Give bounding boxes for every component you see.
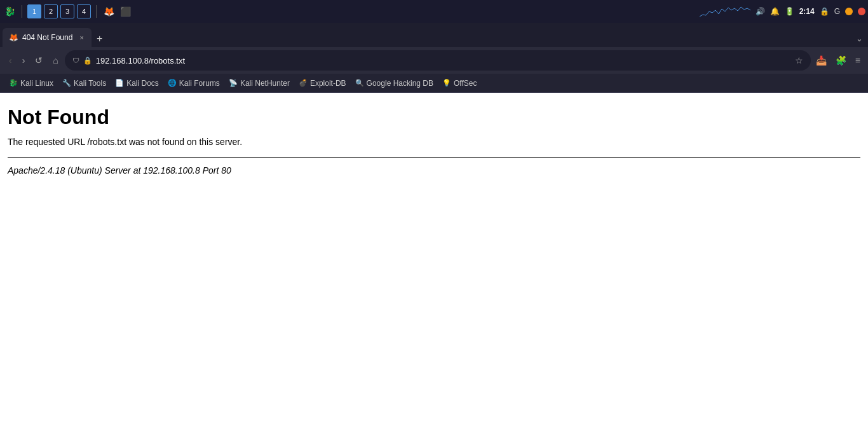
kali-linux-favicon: 🐉	[9, 79, 18, 87]
extensions-button[interactable]: 🧩	[833, 53, 849, 68]
user-icon[interactable]: G	[834, 7, 840, 16]
bookmark-offsec[interactable]: 💡 OffSec	[438, 78, 480, 89]
offsec-favicon: 💡	[442, 79, 451, 87]
notification-icon[interactable]: 🔔	[770, 7, 780, 16]
nav-right-icons: 📥 🧩 ≡	[813, 53, 863, 68]
battery-icon[interactable]: 🔋	[785, 7, 794, 16]
taskbar-sep-2	[96, 5, 97, 18]
kali-docs-label: Kali Docs	[126, 79, 159, 88]
workspace-btn-2[interactable]: 2	[44, 4, 58, 18]
taskbar-firefox-icon[interactable]: 🦊	[102, 4, 116, 18]
tab-favicon: 🦊	[9, 33, 18, 42]
bookmarks-bar: 🐉 Kali Linux 🔧 Kali Tools 📄 Kali Docs 🌐 …	[0, 74, 868, 93]
lock-icon[interactable]: 🔒	[820, 7, 829, 16]
kali-forums-favicon: 🌐	[168, 79, 177, 87]
minimize-btn[interactable]	[845, 8, 853, 15]
taskbar: 🐉 1 2 3 4 🦊 ⬛ 🔊 🔔 🔋 2:14 🔒 G	[0, 0, 868, 23]
page-server-info: Apache/2.4.18 (Ubuntu) Server at 192.168…	[8, 165, 860, 176]
browser-chrome: 🦊 404 Not Found × + ⌄ ‹ › ↺ ⌂ 🛡 🔒 ☆ 📥 🧩 …	[0, 23, 868, 93]
bookmark-kali-linux[interactable]: 🐉 Kali Linux	[5, 78, 57, 89]
page-title: Not Found	[8, 106, 860, 129]
bookmark-kali-forums[interactable]: 🌐 Kali Forums	[164, 78, 224, 89]
system-chart	[700, 5, 750, 18]
close-btn[interactable]	[858, 8, 865, 15]
taskbar-terminal-icon[interactable]: ⬛	[118, 4, 132, 18]
tab-bar-right: ⌄	[853, 32, 865, 47]
bookmark-star-icon[interactable]: ☆	[795, 55, 803, 66]
nav-bar: ‹ › ↺ ⌂ 🛡 🔒 ☆ 📥 🧩 ≡	[0, 47, 868, 74]
kali-forums-label: Kali Forums	[179, 79, 220, 88]
google-hacking-db-favicon: 🔍	[355, 79, 364, 87]
kali-nethunter-label: Kali NetHunter	[240, 79, 290, 88]
tab-title: 404 Not Found	[22, 33, 75, 42]
taskbar-time: 2:14	[799, 7, 815, 16]
workspace-btn-4[interactable]: 4	[77, 4, 91, 18]
taskbar-sep-1	[22, 5, 22, 18]
offsec-label: OffSec	[454, 79, 477, 88]
workspace-btn-3[interactable]: 3	[60, 4, 74, 18]
kali-nethunter-favicon: 📡	[229, 79, 238, 87]
page-content: Not Found The requested URL /robots.txt …	[0, 93, 868, 442]
menu-button[interactable]: ≡	[853, 53, 863, 68]
pocket-button[interactable]: 📥	[813, 53, 829, 68]
page-description: The requested URL /robots.txt was not fo…	[8, 137, 860, 147]
kali-tools-label: Kali Tools	[74, 79, 106, 88]
address-bar[interactable]: 🛡 🔒 ☆	[65, 50, 811, 71]
shield-address-icon: 🛡	[72, 57, 79, 64]
kali-linux-label: Kali Linux	[20, 79, 53, 88]
volume-icon[interactable]: 🔊	[756, 7, 765, 16]
kali-icon[interactable]: 🐉	[3, 4, 17, 18]
taskbar-right: 🔊 🔔 🔋 2:14 🔒 G	[700, 5, 865, 18]
workspace-btn-1[interactable]: 1	[27, 4, 41, 18]
kali-docs-favicon: 📄	[115, 79, 124, 87]
page-divider	[8, 157, 860, 158]
bookmark-exploit-db[interactable]: 💣 Exploit-DB	[295, 78, 350, 89]
forward-button[interactable]: ›	[18, 53, 29, 68]
kali-tools-favicon: 🔧	[62, 79, 71, 87]
new-tab-button[interactable]: +	[92, 31, 107, 47]
bookmark-kali-nethunter[interactable]: 📡 Kali NetHunter	[225, 78, 294, 89]
bookmark-kali-tools[interactable]: 🔧 Kali Tools	[58, 78, 110, 89]
back-button[interactable]: ‹	[5, 53, 16, 68]
active-tab[interactable]: 🦊 404 Not Found ×	[3, 28, 92, 47]
bookmark-google-hacking-db[interactable]: 🔍 Google Hacking DB	[351, 78, 437, 89]
tab-close-btn[interactable]: ×	[79, 34, 85, 41]
home-button[interactable]: ⌂	[49, 53, 62, 68]
reload-button[interactable]: ↺	[31, 53, 46, 68]
address-input[interactable]	[96, 56, 789, 66]
google-hacking-db-label: Google Hacking DB	[367, 79, 433, 88]
bookmark-kali-docs[interactable]: 📄 Kali Docs	[111, 78, 163, 89]
lock-address-icon: 🔒	[83, 57, 92, 65]
exploit-db-label: Exploit-DB	[310, 79, 346, 88]
tab-list-btn[interactable]: ⌄	[853, 32, 865, 45]
tab-bar: 🦊 404 Not Found × + ⌄	[0, 23, 868, 47]
exploit-db-favicon: 💣	[299, 79, 308, 87]
